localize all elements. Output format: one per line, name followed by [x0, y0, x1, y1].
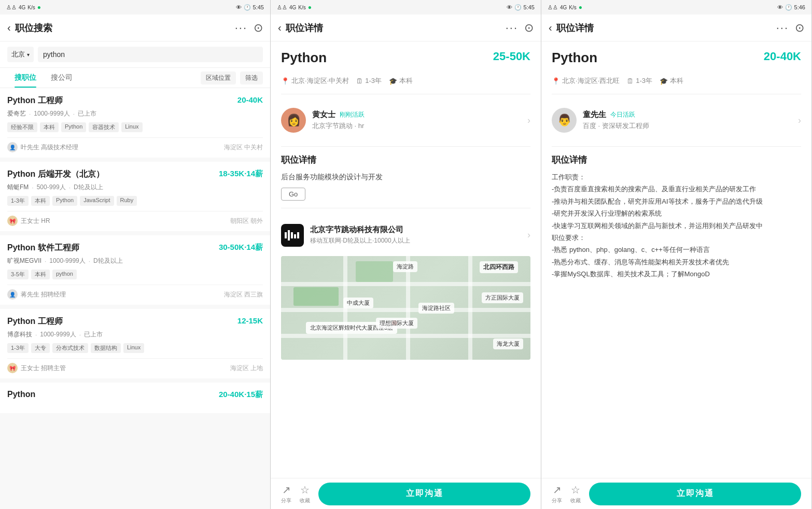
- nav-title-2: 职位详情: [286, 22, 506, 34]
- job-footer-0: 👤 叶先生 高级技术经理 海淀区 中关村: [7, 137, 263, 152]
- detail-meta-1: 📍 北京·海淀区·中关村 🗓 1-3年 🎓 本科: [281, 76, 530, 86]
- filter-more[interactable]: 筛选: [240, 72, 263, 84]
- eye-icon-2: 👁: [507, 4, 512, 10]
- collect-button-1[interactable]: ☆ 收藏: [300, 484, 310, 504]
- section-content-1: 后台服务功能模块的设计与开发: [281, 171, 530, 183]
- job-tags-3: 1-3年 大专 分布式技术 数据结构 Linux: [7, 343, 263, 353]
- map-bg-1: 海淀路 海淀路社区 中成大厦 北京海淀区辉煌时代大厦西座3层 北四环西路 方正国…: [281, 256, 530, 360]
- collect-button-2[interactable]: ☆ 收藏: [570, 484, 581, 504]
- apply-button-2[interactable]: 立即沟通: [589, 483, 801, 505]
- filter-area[interactable]: 区域位置: [201, 72, 236, 84]
- bottom-bar-2: ↗ 分享 ☆ 收藏 立即沟通: [541, 478, 811, 509]
- job-detail-content-2: Python 20-40K 📍 北京·海淀区·西北旺 🗓 1-3年 🎓 本科 👨: [541, 41, 811, 478]
- map-fangzheng: 方正国际大厦: [482, 292, 523, 303]
- kb-3: K/s: [569, 5, 576, 10]
- tab-jobs[interactable]: 搜职位: [7, 68, 44, 88]
- share-icon-1: ↗: [282, 484, 291, 496]
- recruiter-card-1[interactable]: 👩 黄女士 刚刚活跃 北京字节跳动 · hr ›: [281, 102, 530, 139]
- divider-2: [281, 146, 530, 147]
- network-1: 4G: [19, 5, 25, 10]
- signal-1: ♙♙: [6, 4, 17, 11]
- map-container-1[interactable]: 海淀路 海淀路社区 中成大厦 北京海淀区辉煌时代大厦西座3层 北四环西路 方正国…: [281, 256, 530, 360]
- map-north-ring: 北四环西路: [480, 261, 518, 273]
- job-title-1: Python 后端开发（北京）: [7, 169, 104, 180]
- company-logo-1: [281, 224, 304, 247]
- more-menu-1[interactable]: ···: [235, 21, 247, 35]
- divider-5: [552, 146, 801, 147]
- signal-3: ♙♙: [548, 4, 558, 11]
- filter-group: 区域位置 筛选: [201, 72, 263, 84]
- clock-icon-2: 🕐: [514, 4, 522, 11]
- section-content-2: 工作职责： -负责百度垂直搜索相关的搜索产品、及垂直行业相关产品的研发工作 -推…: [552, 171, 801, 280]
- kb-2: K/s: [298, 5, 305, 10]
- arrow-right-2: ›: [798, 115, 801, 126]
- job-title-4: Python: [7, 390, 35, 399]
- map-label-2: 海淀路社区: [418, 303, 454, 314]
- detail-job-title-2: Python: [552, 50, 597, 66]
- kb-1: K/s: [27, 5, 35, 10]
- panel-job-detail-1: ♙♙ 4G K/s ● 👁 🕐 5:45 ‹ 职位详情 ··· ⊙ Python…: [271, 0, 541, 509]
- network-2: 4G: [289, 5, 296, 10]
- status-bar-2: ♙♙ 4G K/s ● 👁 🕐 5:45: [271, 0, 541, 15]
- nav-title-3: 职位详情: [556, 22, 776, 34]
- detail-meta-2: 📍 北京·海淀区·西北旺 🗓 1-3年 🎓 本科: [552, 76, 801, 86]
- job-title-3: Python 工程师: [7, 316, 63, 327]
- target-icon-2[interactable]: ⊙: [524, 21, 534, 35]
- job-item-3[interactable]: Python 工程师 12-15K 博彦科技 · 1000-9999人 · 已上…: [0, 309, 270, 378]
- eye-icon-3: 👁: [777, 4, 783, 10]
- divider-1: [281, 94, 530, 94]
- job-salary-3: 12-15K: [237, 316, 263, 325]
- job-item-1[interactable]: Python 后端开发（北京） 18-35K·14薪 蜻蜓FM · 500-99…: [0, 162, 270, 231]
- avatar-3: 🎀: [7, 363, 18, 373]
- recruiter-card-2[interactable]: 👨 童先生 今日活跃 百度 · 资深研发工程师 ›: [552, 102, 801, 139]
- time-1: 5:45: [253, 4, 264, 10]
- tab-companies[interactable]: 搜公司: [44, 68, 80, 88]
- go-tag-1[interactable]: Go: [281, 188, 305, 201]
- company-card-1[interactable]: 北京字节跳动科技有限公司 移动互联网·D轮及以上·10000人以上 ›: [281, 216, 530, 252]
- target-icon-3[interactable]: ⊙: [795, 21, 804, 35]
- location-icon-1: 📍: [281, 77, 289, 85]
- exp-icon-2: 🗓: [627, 77, 634, 85]
- share-button-1[interactable]: ↗ 分享: [281, 484, 291, 504]
- job-tags-2: 3-5年 本科 python: [7, 270, 263, 279]
- nav-bar-3: ‹ 职位详情 ··· ⊙: [541, 15, 811, 41]
- job-item-4[interactable]: Python 20-40K·15薪: [0, 383, 270, 413]
- more-menu-2[interactable]: ···: [506, 21, 518, 35]
- apply-button-1[interactable]: 立即沟通: [318, 483, 530, 505]
- status-left-1: ♙♙ 4G K/s ●: [6, 4, 41, 11]
- section-title-2: 职位详情: [552, 154, 801, 166]
- panel-job-search: ♙♙ 4G K/s ● 👁 🕐 5:45 ‹ 职位搜索 ··· ⊙ 北京 ▾ 搜…: [0, 0, 271, 509]
- back-button-2[interactable]: ‹: [278, 22, 282, 34]
- map-ideal: 理想国际大厦: [376, 318, 417, 329]
- recruiter-avatar-big-2: 👨: [552, 108, 577, 133]
- job-item-0[interactable]: Python 工程师 20-40K 爱奇艺 · 1000-9999人 · 已上市…: [0, 88, 270, 158]
- job-footer-3: 🎀 王女士 招聘主管 海淀区 上地: [7, 358, 263, 373]
- job-item-2[interactable]: Python 软件工程师 30-50K·14薪 旷视MEGVII · 1000-…: [0, 235, 270, 305]
- more-menu-3[interactable]: ···: [776, 21, 789, 35]
- back-button-3[interactable]: ‹: [549, 22, 552, 34]
- status-right-1: 👁 🕐 5:45: [236, 4, 264, 11]
- arrow-right-1: ›: [527, 115, 530, 126]
- back-button-1[interactable]: ‹: [7, 22, 11, 34]
- eye-icon-1: 👁: [236, 4, 242, 10]
- share-button-2[interactable]: ↗ 分享: [552, 484, 562, 504]
- job-footer-2: 👤 蒋先生 招聘经理 海淀区 西三旗: [7, 285, 263, 300]
- job-tags-1: 1-3年 本科 Python JavaScript Ruby: [7, 196, 263, 206]
- recruiter-avatar-big-1: 👩: [281, 108, 306, 133]
- location-selector[interactable]: 北京 ▾: [7, 47, 34, 62]
- svg-rect-2: [291, 232, 293, 238]
- section-title-1: 职位详情: [281, 154, 530, 166]
- edu-icon-2: 🎓: [660, 77, 668, 85]
- detail-salary-2: 20-40K: [764, 50, 801, 63]
- job-company-1: 蜻蜓FM · 500-999人 · D轮及以上: [7, 183, 263, 192]
- target-icon-1[interactable]: ⊙: [254, 21, 263, 35]
- exp-icon-1: 🗓: [356, 77, 363, 85]
- search-input[interactable]: [38, 47, 263, 62]
- job-tags-0: 经验不限 本科 Python 容器技术 Linux: [7, 122, 263, 132]
- nav-bar-2: ‹ 职位详情 ··· ⊙: [271, 15, 541, 41]
- network-3: 4G: [560, 5, 567, 10]
- detail-salary-1: 25-50K: [493, 50, 530, 63]
- time-3: 5:46: [794, 4, 805, 10]
- nav-bar-1: ‹ 职位搜索 ··· ⊙: [0, 15, 270, 41]
- detail-job-title-1: Python: [281, 50, 327, 66]
